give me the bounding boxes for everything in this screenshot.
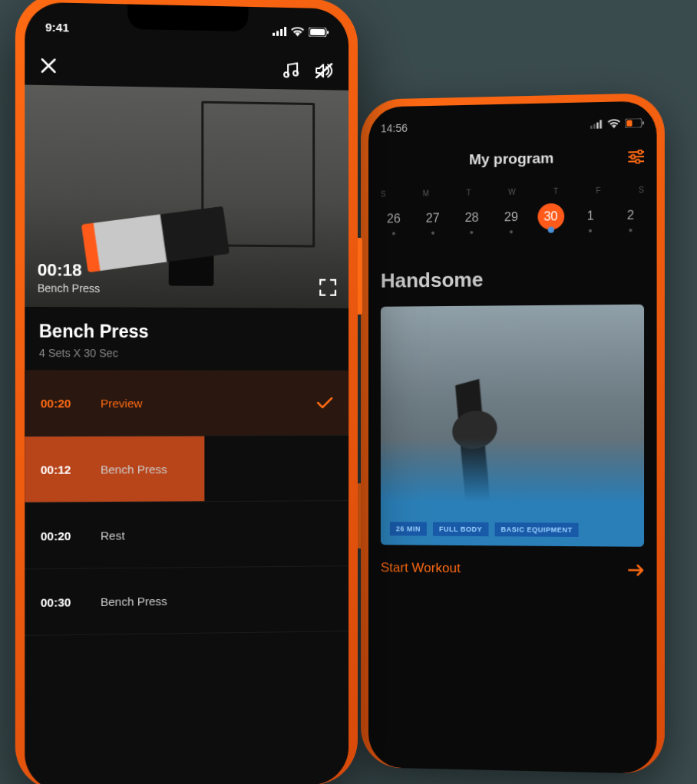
- bench-prop: [169, 224, 214, 286]
- tag-duration: 26 MIN: [390, 522, 427, 535]
- workout-image[interactable]: 26 MIN FULL BODY BASIC EQUIPMENT: [381, 305, 644, 547]
- tag-bodypart: FULL BODY: [433, 522, 488, 537]
- calendar-date[interactable]: 27: [420, 211, 446, 226]
- weekday: M: [423, 189, 429, 198]
- exercise-row-active[interactable]: 00:12 Bench Press: [25, 436, 348, 503]
- exercise-subtitle: 4 Sets X 30 Sec: [39, 347, 335, 360]
- fullscreen-button[interactable]: [319, 279, 336, 296]
- phone-workout: 9:41 00:18 Ben: [15, 0, 358, 784]
- status-icons: [590, 118, 644, 129]
- header: My program: [381, 148, 644, 170]
- arrow-right-icon: [628, 564, 644, 576]
- close-button[interactable]: [41, 58, 57, 74]
- side-button: [358, 238, 362, 315]
- svg-rect-5: [626, 120, 632, 127]
- fullscreen-icon: [319, 279, 336, 296]
- svg-rect-16: [284, 27, 286, 36]
- dot-icon: [510, 230, 513, 233]
- svg-rect-1: [593, 124, 596, 128]
- video-overlay: 00:18 Bench Press: [38, 260, 101, 295]
- status-icons: [273, 27, 329, 38]
- exercise-header: Bench Press 4 Sets X 30 Sec: [25, 307, 348, 371]
- svg-rect-0: [590, 125, 593, 128]
- row-duration: 00:30: [41, 595, 101, 608]
- svg-rect-2: [596, 122, 599, 128]
- row-duration: 00:20: [41, 529, 101, 542]
- status-time: 9:41: [45, 20, 69, 34]
- video-exercise-name: Bench Press: [38, 282, 101, 295]
- video-timer: 00:18: [38, 260, 101, 281]
- dot-icon: [471, 231, 474, 234]
- svg-rect-6: [642, 121, 644, 124]
- row-duration: 00:12: [41, 463, 101, 476]
- weekday-row: S M T W T F S: [381, 186, 644, 199]
- weekday: T: [553, 187, 558, 196]
- topbar: [25, 39, 348, 90]
- signal-icon: [273, 27, 286, 36]
- workout-screen: 9:41 00:18 Ben: [25, 2, 348, 784]
- start-workout-button[interactable]: Start Workout: [381, 560, 644, 578]
- signal-icon: [590, 120, 603, 129]
- calendar-date[interactable]: 29: [498, 210, 525, 225]
- svg-point-12: [636, 160, 639, 163]
- calendar-date[interactable]: 1: [577, 209, 604, 223]
- weekday: T: [466, 189, 471, 197]
- weekday: F: [596, 186, 600, 195]
- notch: [127, 4, 248, 31]
- weekday: W: [508, 188, 516, 196]
- mute-button[interactable]: [315, 62, 333, 79]
- start-workout-label: Start Workout: [381, 560, 461, 576]
- exercise-row-preview[interactable]: 00:20 Preview: [25, 370, 348, 436]
- svg-rect-15: [280, 29, 282, 36]
- tag-equipment: BASIC EQUIPMENT: [494, 522, 579, 537]
- status-time: 14:56: [381, 122, 408, 135]
- row-name: Preview: [101, 397, 143, 410]
- row-name: Bench Press: [101, 462, 167, 476]
- row-duration: 00:20: [41, 397, 101, 410]
- wifi-icon: [608, 119, 620, 129]
- music-button[interactable]: [282, 61, 299, 78]
- calendar-date[interactable]: 2: [617, 208, 644, 222]
- close-icon: [41, 58, 57, 74]
- dot-icon: [589, 229, 592, 232]
- svg-point-20: [284, 72, 289, 77]
- svg-rect-13: [273, 33, 275, 36]
- sound-off-icon: [315, 62, 333, 79]
- calendar-date[interactable]: 28: [458, 211, 484, 226]
- row-name: Bench Press: [101, 594, 167, 608]
- weekday: S: [639, 186, 644, 194]
- svg-point-21: [293, 71, 298, 75]
- check-icon: [316, 397, 333, 409]
- exercise-row[interactable]: 00:20 Rest: [25, 501, 348, 569]
- calendar-date-selected[interactable]: 30: [537, 203, 564, 230]
- dot-icon: [629, 229, 632, 232]
- exercise-title: Bench Press: [39, 321, 335, 343]
- calendar-date[interactable]: 26: [381, 212, 407, 226]
- filter-button[interactable]: [628, 150, 644, 164]
- page-title: My program: [469, 150, 553, 168]
- dot-icon: [392, 232, 395, 235]
- weekday: S: [381, 189, 386, 198]
- program-screen: 14:56 My program S M T W T F S 26 27 28: [368, 100, 657, 773]
- svg-point-10: [631, 155, 635, 159]
- music-icon: [282, 61, 299, 78]
- svg-rect-18: [310, 29, 325, 35]
- battery-icon: [309, 28, 329, 38]
- svg-rect-3: [600, 120, 602, 128]
- exercise-row[interactable]: 00:30 Bench Press: [25, 566, 348, 636]
- sliders-icon: [628, 150, 644, 164]
- exercise-video[interactable]: 00:18 Bench Press: [25, 85, 348, 308]
- battery-icon: [625, 118, 644, 128]
- dot-icon: [431, 232, 434, 235]
- svg-rect-19: [327, 31, 329, 34]
- svg-rect-14: [276, 31, 279, 36]
- tag-row: 26 MIN FULL BODY BASIC EQUIPMENT: [390, 522, 579, 537]
- wifi-icon: [291, 27, 304, 36]
- phone-program: 14:56 My program S M T W T F S 26 27 28: [361, 93, 665, 774]
- svg-point-8: [638, 150, 642, 154]
- section-title: Handsome: [381, 266, 644, 293]
- date-row: 26 27 28 29 30 1 2: [381, 202, 644, 232]
- status-bar: 14:56: [381, 112, 644, 139]
- row-name: Rest: [101, 529, 125, 542]
- dot-icon: [547, 226, 553, 232]
